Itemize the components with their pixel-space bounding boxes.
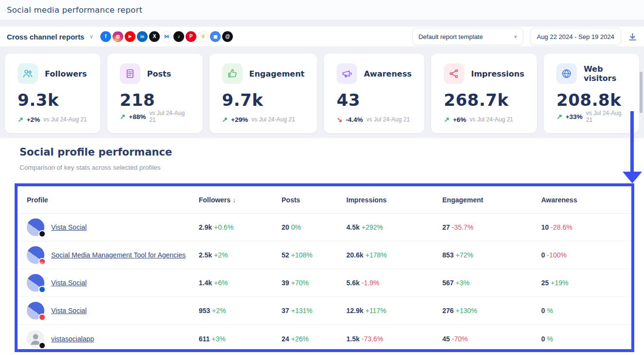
kpi-compare: vs Jul 24-Aug 21 [366,116,410,123]
network-badge-icon [38,342,46,349]
profile-link[interactable]: Vista Social [51,279,87,287]
instagram-icon[interactable]: ◎ [113,31,123,42]
impressions-cell: 20.6k+178% [346,251,442,259]
followers-icon [18,63,38,84]
impressions-cell: 12.9k+117% [346,307,442,315]
followers-cell: 2.9k+0.6% [199,223,282,231]
profile-link[interactable]: vistasocialapp [51,335,94,343]
section-subtitle: Comparison of key stats across selected … [19,164,161,171]
kpi-cards: Followers 9.3k +2% vs Jul 24-Aug 21 Post… [5,54,639,131]
table-row: Vista Social 953+2% 37+131% 12.9k+117% 2… [18,297,631,325]
awareness-icon [337,63,357,84]
channel-filter-icons: f ◎ ▶ in X ⋈ ♪ P ıl ▣ @ [100,31,233,42]
pinterest-icon[interactable]: P [186,31,196,42]
select-caret-icon: ▾ [514,34,517,40]
posts-cell: 39+70% [282,279,346,287]
kpi-compare: vs Jul 24-Aug 21 [149,110,189,123]
column-header-profile[interactable]: Profile [27,196,199,204]
profile-avatar [27,330,44,348]
cross-channel-reports-label[interactable]: Cross channel reports [7,33,84,41]
profile-link[interactable]: Social Media Management Tool for Agencie… [51,251,186,259]
column-header-impressions[interactable]: Impressions [346,196,442,204]
engagement-icon [222,63,243,84]
chevron-down-icon[interactable]: ∨ [89,33,94,40]
engagement-cell: 27-35.7% [442,223,541,231]
google-analytics-icon[interactable]: ıl [198,31,208,42]
kpi-value: 218 [120,90,190,110]
table-header-row: Profile Followers↓ Posts Impressions Eng… [18,186,631,214]
kpi-label: Awareness [364,69,412,79]
column-header-engagement[interactable]: Engagement [442,196,541,204]
posts-cell: 52+108% [282,251,346,259]
kpi-label: Impressions [471,69,524,79]
section-title: Social profile performance [19,146,172,158]
tiktok-icon[interactable]: ♪ [173,31,184,42]
column-header-awareness[interactable]: Awareness [541,196,631,204]
profile-performance-table-highlight: Profile Followers↓ Posts Impressions Eng… [15,183,634,352]
vertical-scrollbar[interactable] [640,72,643,113]
annotation-arrow-line [630,111,634,173]
kpi-value: 43 [337,90,412,110]
table-row: Vista Social 2.9k+0.6% 200% 4.5k+292% 27… [18,214,631,241]
kpi-label: Engagement [249,69,304,79]
profile-link[interactable]: Vista Social [51,223,87,231]
threads-icon[interactable]: @ [222,31,233,42]
youtube-icon[interactable]: ▶ [125,31,135,42]
kpi-compare: vs Jul 24-Aug 21 [586,110,626,123]
profile-avatar [27,246,44,264]
impressions-icon [444,63,464,84]
sort-desc-icon: ↓ [232,196,236,204]
followers-cell: 1.4k+6% [199,279,282,287]
posts-icon [120,63,140,84]
download-report-button[interactable] [628,32,637,41]
report-template-value: Default report template [418,33,483,40]
kpi-card-impressions: Impressions 268.7k +6% vs Jul 24-Aug 21 [431,54,537,133]
kpi-value: 9.7k [222,90,304,110]
google-business-icon[interactable]: ▣ [210,31,221,42]
posts-cell: 24+26% [282,335,346,343]
profile-avatar [27,302,44,319]
kpi-card-engagement: Engagement 9.7k +29% vs Jul 24-Aug 21 [209,54,317,133]
impressions-cell: 1.5k-73.6% [346,335,442,343]
kpi-value: 268.7k [444,90,524,110]
kpi-compare: vs Jul 24-Aug 21 [470,116,513,123]
profile-avatar [27,218,44,236]
profile-avatar [27,274,44,292]
network-badge-icon [38,314,46,321]
kpi-delta: -4.4% [346,116,363,123]
awareness-cell: 0-100% [541,251,631,259]
trend-arrow-icon [18,116,23,123]
kpi-delta: +29% [231,116,248,123]
table-row: Vista Social 1.4k+6% 39+70% 5.6k-1.9% 56… [18,269,631,297]
network-badge-icon [38,230,46,237]
trend-arrow-icon [337,116,342,123]
page-title: Social media performance report [7,5,142,15]
kpi-value: 208.8k [556,90,626,110]
date-range-value: Aug 22 2024 - Sep 19 2024 [537,33,614,40]
kpi-compare: vs Jul 24-Aug 21 [43,116,87,123]
trend-arrow-icon [444,116,450,123]
trend-arrow-icon [222,116,228,123]
awareness-cell: 0% [541,335,631,343]
column-header-followers[interactable]: Followers↓ [199,196,282,204]
network-badge-icon [38,286,46,293]
x-icon[interactable]: X [149,31,160,42]
posts-cell: 200% [282,223,346,231]
bluesky-icon[interactable]: ⋈ [161,31,172,42]
kpi-delta: +2% [27,116,40,123]
trend-arrow-icon [556,113,562,120]
trend-arrow-icon [120,113,126,120]
facebook-icon[interactable]: f [100,31,111,42]
linkedin-icon[interactable]: in [137,31,148,42]
awareness-cell: 10-28.6% [541,223,631,231]
network-badge-icon [38,258,46,265]
kpi-label: Followers [45,69,87,79]
profile-link[interactable]: Vista Social [51,307,87,315]
engagement-cell: 567+3% [442,279,541,287]
report-template-select[interactable]: Default report template ▾ [412,28,523,45]
impressions-cell: 4.5k+292% [346,223,442,231]
table-row: vistasocialapp 611+3% 24+26% 1.5k-73.6% … [18,325,631,352]
column-header-posts[interactable]: Posts [282,196,346,204]
date-range-picker[interactable]: Aug 22 2024 - Sep 19 2024 [530,28,621,45]
followers-cell: 953+2% [199,307,282,315]
